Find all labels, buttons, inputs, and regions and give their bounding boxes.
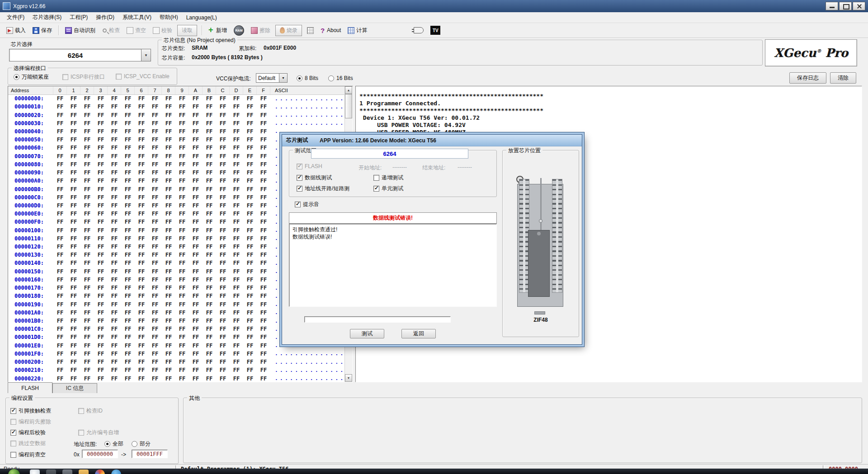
hex-byte[interactable]: FF — [80, 334, 94, 340]
hex-byte[interactable]: FF — [148, 351, 162, 357]
hex-byte[interactable]: FF — [216, 301, 230, 308]
hex-byte[interactable]: FF — [148, 161, 162, 168]
menu-tools[interactable]: 系统工具(V) — [118, 13, 156, 22]
hex-byte[interactable]: FF — [162, 103, 175, 110]
hex-byte[interactable]: FF — [108, 145, 121, 151]
hex-byte[interactable]: FF — [175, 103, 189, 110]
hex-byte[interactable]: FF — [216, 161, 230, 168]
hex-byte[interactable]: FF — [67, 169, 80, 176]
hex-byte[interactable]: FF — [230, 252, 243, 258]
hex-byte[interactable]: FF — [121, 227, 135, 234]
hex-byte[interactable]: FF — [67, 359, 80, 365]
taskbar-browser-icon[interactable] — [95, 469, 105, 474]
bits16-radio[interactable]: 16 Bits — [328, 75, 353, 81]
hex-byte[interactable]: FF — [230, 268, 243, 275]
hex-byte[interactable]: FF — [203, 310, 216, 316]
increment-test-checkbox[interactable]: 递增测试 — [373, 174, 403, 182]
hex-byte[interactable]: FF — [203, 351, 216, 357]
hex-byte[interactable]: FF — [135, 112, 148, 118]
hex-byte[interactable]: FF — [135, 334, 148, 340]
logic-test-button[interactable] — [412, 27, 425, 34]
hex-byte[interactable]: FF — [230, 375, 243, 382]
hex-byte[interactable]: FF — [203, 219, 216, 225]
hex-byte[interactable]: FF — [162, 277, 175, 283]
hex-byte[interactable]: FF — [148, 211, 162, 217]
hex-byte[interactable]: FF — [216, 194, 230, 201]
hex-byte[interactable]: FF — [80, 301, 94, 308]
hex-byte[interactable]: FF — [121, 375, 135, 382]
hex-byte[interactable]: FF — [53, 351, 67, 357]
hex-byte[interactable]: FF — [94, 227, 108, 234]
hex-byte[interactable]: FF — [216, 128, 230, 135]
hex-byte[interactable]: FF — [53, 277, 67, 283]
hex-byte[interactable]: FF — [135, 252, 148, 258]
addr-from-field[interactable]: 00000000 — [82, 450, 118, 458]
hex-byte[interactable]: FF — [216, 268, 230, 275]
hex-byte[interactable]: FF — [189, 120, 203, 127]
hex-byte[interactable]: FF — [175, 359, 189, 365]
hex-byte[interactable]: FF — [162, 301, 175, 308]
hex-byte[interactable]: FF — [203, 326, 216, 332]
hex-byte[interactable]: FF — [243, 359, 257, 365]
hex-byte[interactable]: FF — [175, 268, 189, 275]
hex-byte[interactable]: FF — [162, 169, 175, 176]
hex-byte[interactable]: FF — [94, 301, 108, 308]
hex-byte[interactable]: FF — [243, 103, 257, 110]
hex-byte[interactable]: FF — [216, 227, 230, 234]
about-button[interactable]: About — [319, 27, 343, 34]
hex-byte[interactable]: FF — [80, 244, 94, 250]
hex-byte[interactable]: FF — [175, 260, 189, 266]
hex-byte[interactable]: FF — [53, 194, 67, 201]
hex-byte[interactable]: FF — [257, 260, 270, 266]
hex-byte[interactable]: FF — [216, 260, 230, 266]
hex-byte[interactable]: FF — [162, 268, 175, 275]
hex-byte[interactable]: FF — [135, 161, 148, 168]
hex-byte[interactable]: FF — [94, 153, 108, 160]
hex-byte[interactable]: FF — [148, 120, 162, 127]
hex-byte[interactable]: FF — [216, 351, 230, 357]
hex-byte[interactable]: FF — [80, 326, 94, 332]
hex-byte[interactable]: FF — [94, 293, 108, 299]
hex-byte[interactable]: FF — [230, 293, 243, 299]
hex-byte[interactable]: FF — [148, 293, 162, 299]
hex-byte[interactable]: FF — [230, 169, 243, 176]
hex-byte[interactable]: FF — [162, 260, 175, 266]
hex-byte[interactable]: FF — [175, 112, 189, 118]
tab-flash[interactable]: FLASH — [8, 382, 52, 393]
hex-byte[interactable]: FF — [80, 161, 94, 168]
hex-byte[interactable]: FF — [243, 277, 257, 283]
hex-byte[interactable]: FF — [94, 318, 108, 324]
hex-byte[interactable]: FF — [203, 260, 216, 266]
hex-byte[interactable]: FF — [121, 161, 135, 168]
hex-byte[interactable]: FF — [148, 186, 162, 192]
hex-byte[interactable]: FF — [80, 95, 94, 102]
hex-byte[interactable]: FF — [175, 219, 189, 225]
hex-byte[interactable]: FF — [230, 318, 243, 324]
hex-byte[interactable]: FF — [80, 252, 94, 258]
hex-byte[interactable]: FF — [230, 194, 243, 201]
menu-file[interactable]: 文件(F) — [3, 13, 28, 22]
auto-detect-button[interactable]: 自动识别 — [63, 26, 97, 35]
hex-byte[interactable]: FF — [175, 128, 189, 135]
hex-byte[interactable]: FF — [257, 277, 270, 283]
hex-byte[interactable]: FF — [80, 186, 94, 192]
hex-byte[interactable]: FF — [189, 235, 203, 242]
burn-button[interactable]: 烧录 — [275, 25, 302, 36]
hex-byte[interactable]: FF — [175, 252, 189, 258]
hex-byte[interactable]: FF — [135, 367, 148, 373]
hex-byte[interactable]: FF — [257, 326, 270, 332]
hex-byte[interactable]: FF — [108, 301, 121, 308]
hex-byte[interactable]: FF — [53, 136, 67, 143]
hex-byte[interactable]: FF — [80, 120, 94, 127]
back-button[interactable]: 返回 — [401, 329, 436, 338]
hex-byte[interactable]: FF — [162, 244, 175, 250]
hex-byte[interactable]: FF — [121, 277, 135, 283]
hex-byte[interactable]: FF — [162, 153, 175, 160]
hex-byte[interactable]: FF — [189, 252, 203, 258]
hex-byte[interactable]: FF — [94, 334, 108, 340]
hex-byte[interactable]: FF — [243, 252, 257, 258]
hex-byte[interactable]: FF — [162, 235, 175, 242]
hex-byte[interactable]: FF — [175, 277, 189, 283]
hex-byte[interactable]: FF — [230, 112, 243, 118]
hex-byte[interactable]: FF — [189, 136, 203, 143]
